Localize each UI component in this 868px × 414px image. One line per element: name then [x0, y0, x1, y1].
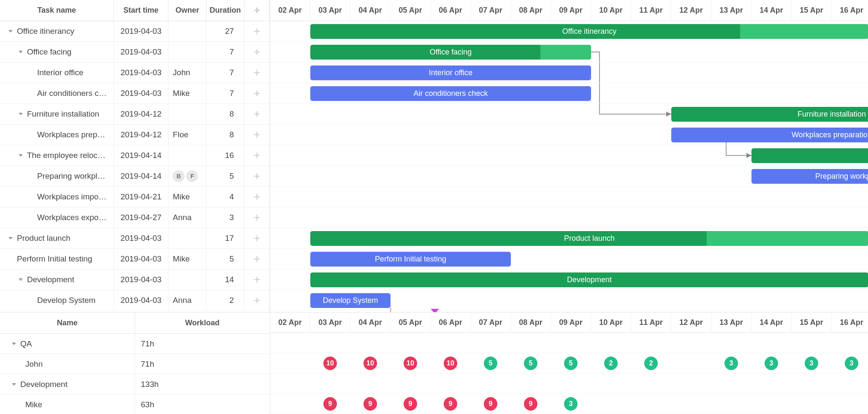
workload-cell[interactable]: 5	[551, 353, 591, 373]
workload-cell[interactable]: 3	[832, 353, 868, 373]
add-task-button[interactable]: +	[244, 83, 270, 104]
workload-cell[interactable]: 3	[751, 353, 792, 373]
task-row[interactable]: Preparing workplaces2019-04-14BF5+	[0, 166, 270, 187]
task-row[interactable]: The employee relocation2019-04-1416+	[0, 145, 270, 166]
workload-chip[interactable]: 9	[524, 397, 537, 411]
workload-cell[interactable]	[591, 333, 631, 353]
task-row[interactable]: Office itinerancy2019-04-0327+	[0, 21, 270, 42]
group-bar[interactable]: Development	[310, 272, 868, 287]
group-bar[interactable]: Office facing	[310, 45, 591, 60]
workload-timeline-row[interactable]: 10101010555223333	[270, 353, 868, 373]
task-row[interactable]: Development2019-04-0314+	[0, 270, 270, 290]
add-task-button[interactable]: +	[244, 125, 270, 145]
add-task-button[interactable]: +	[244, 270, 270, 290]
workload-chip[interactable]: 5	[484, 357, 497, 370]
workload-cell[interactable]: 5	[471, 353, 511, 373]
timeline-row[interactable]	[270, 207, 868, 228]
task-row[interactable]: Interior office2019-04-03John7+	[0, 63, 270, 83]
task-bar[interactable]: Workplaces preparation	[671, 128, 868, 142]
workload-cell[interactable]	[350, 333, 391, 353]
gantt-timeline[interactable]: 02 Apr03 Apr04 Apr05 Apr06 Apr07 Apr08 A…	[270, 0, 868, 312]
add-task-button[interactable]: +	[244, 63, 270, 83]
workload-cell[interactable]	[391, 373, 431, 393]
workload-cell[interactable]	[832, 333, 868, 353]
task-row[interactable]: Workplaces exportation2019-04-27Anna3+	[0, 207, 270, 228]
workload-cell[interactable]	[591, 373, 631, 393]
timeline-row[interactable]	[270, 187, 868, 207]
time-marker[interactable]	[431, 309, 439, 312]
workload-cell[interactable]	[631, 333, 671, 353]
workload-chip[interactable]: 10	[404, 357, 417, 370]
workload-chip[interactable]: 3	[724, 357, 738, 370]
workload-cell[interactable]: 10	[391, 353, 431, 373]
workload-cell[interactable]	[391, 333, 431, 353]
timeline-row[interactable]: Workplaces preparation	[270, 125, 868, 145]
workload-cell[interactable]	[511, 333, 551, 353]
workload-timeline-row[interactable]	[270, 373, 868, 394]
workload-cell[interactable]	[511, 373, 551, 393]
workload-cell[interactable]	[270, 353, 310, 373]
workload-cell[interactable]: 9	[391, 394, 431, 414]
workload-cell[interactable]	[270, 373, 310, 393]
workload-chip[interactable]: 3	[805, 357, 818, 370]
workload-cell[interactable]: 2	[631, 353, 671, 373]
chevron-down-icon[interactable]	[12, 383, 16, 386]
workload-cell[interactable]	[711, 333, 751, 353]
workload-cell[interactable]	[270, 394, 310, 414]
workload-cell[interactable]	[270, 333, 310, 353]
timeline-row[interactable]: Develop System	[270, 290, 868, 311]
workload-cell[interactable]	[832, 373, 868, 393]
task-row[interactable]: Office facing2019-04-037+	[0, 42, 270, 63]
workload-cell[interactable]: 9	[350, 394, 391, 414]
workload-cell[interactable]: 9	[431, 394, 471, 414]
workload-cell[interactable]	[591, 394, 631, 414]
workload-cell[interactable]	[431, 333, 471, 353]
workload-chip[interactable]: 10	[323, 357, 337, 370]
timeline-body[interactable]: Office itinerancyOffice facingInterior o…	[270, 21, 868, 312]
task-row[interactable]: Furniture installation2019-04-128+	[0, 104, 270, 125]
workload-cell[interactable]	[631, 394, 671, 414]
workload-timeline-body[interactable]: 101010105552233339999993	[270, 333, 868, 414]
workload-cell[interactable]: 9	[511, 394, 551, 414]
workload-cell[interactable]: 10	[431, 353, 471, 373]
task-bar[interactable]: Develop System	[310, 293, 391, 308]
chevron-down-icon[interactable]	[8, 30, 13, 33]
workload-chip[interactable]: 5	[524, 357, 537, 370]
workload-cell[interactable]	[310, 373, 350, 393]
chevron-down-icon[interactable]	[19, 113, 23, 115]
workload-cell[interactable]	[431, 373, 471, 393]
task-row[interactable]: Air conditioners check2019-04-03Mike7+	[0, 83, 270, 104]
col-header-start[interactable]: Start time	[114, 0, 168, 21]
workload-cell[interactable]	[671, 373, 711, 393]
workload-cell[interactable]: 3	[551, 394, 591, 414]
workload-cell[interactable]	[671, 333, 711, 353]
workload-cell[interactable]	[350, 373, 391, 393]
workload-cell[interactable]: 9	[310, 394, 350, 414]
workload-cell[interactable]: 2	[591, 353, 631, 373]
workload-cell[interactable]	[751, 333, 792, 353]
timeline-row[interactable]: Development	[270, 270, 868, 290]
workload-chip[interactable]: 9	[484, 397, 497, 411]
task-row[interactable]: Workplaces importation2019-04-21Mike4+	[0, 187, 270, 207]
add-task-button[interactable]: +	[244, 228, 270, 248]
timeline-row[interactable]: Office itinerancy	[270, 21, 868, 42]
workload-chip[interactable]: 3	[845, 357, 858, 370]
workload-chip[interactable]: 9	[323, 397, 337, 411]
timeline-row[interactable]	[270, 145, 868, 166]
add-task-button[interactable]: +	[244, 104, 270, 124]
workload-chip[interactable]: 9	[363, 397, 377, 411]
workload-cell[interactable]	[792, 394, 832, 414]
timeline-row[interactable]: Product launch	[270, 228, 868, 249]
add-task-button[interactable]: +	[244, 207, 270, 228]
workload-cell[interactable]	[551, 333, 591, 353]
workload-cell[interactable]: 10	[310, 353, 350, 373]
task-row[interactable]: Perform Initial testing2019-04-03Mike5+	[0, 249, 270, 270]
workload-cell[interactable]	[751, 394, 792, 414]
workload-group-row[interactable]: Development133h	[0, 374, 270, 395]
task-bar[interactable]: Interior office	[310, 65, 591, 80]
workload-cell[interactable]	[310, 333, 350, 353]
workload-chip[interactable]: 10	[444, 357, 457, 370]
workload-cell[interactable]: 9	[471, 394, 511, 414]
workload-chip[interactable]: 5	[564, 357, 578, 370]
timeline-row[interactable]: Air conditioners check	[270, 83, 868, 104]
